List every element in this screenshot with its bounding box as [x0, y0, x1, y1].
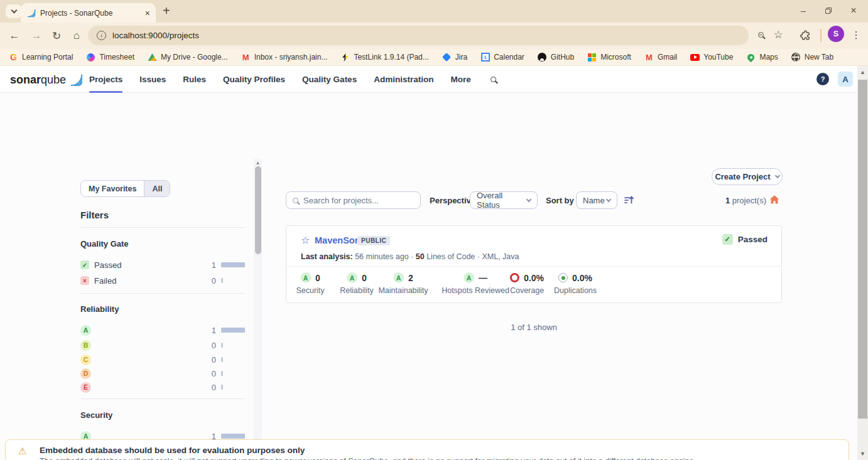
- chevron-down-icon: [774, 173, 779, 178]
- address-bar[interactable]: i localhost:9000/projects: [88, 26, 749, 45]
- browser-tab[interactable]: Projects - SonarQube ×: [21, 3, 156, 23]
- back-button[interactable]: ←: [6, 28, 23, 44]
- toggle-my-favorites[interactable]: My Favorites: [81, 181, 144, 196]
- nav-administration[interactable]: Administration: [374, 66, 433, 93]
- facet-reliability-b[interactable]: B0: [80, 339, 245, 351]
- bookmark-jira[interactable]: Jira: [442, 53, 467, 62]
- favorite-star-icon[interactable]: ☆: [301, 234, 310, 246]
- bookmark-microsoft[interactable]: Microsoft: [587, 53, 631, 62]
- globe-icon: [791, 53, 800, 62]
- page-scrollbar[interactable]: ▲ ▼: [857, 66, 868, 460]
- tab-search-button[interactable]: [6, 4, 22, 18]
- new-tab-button[interactable]: +: [163, 4, 170, 18]
- metric-maintainability[interactable]: A2 Maintainability: [378, 272, 428, 295]
- scroll-up-arrow[interactable]: ▲: [857, 69, 868, 75]
- facet-bar: [221, 278, 245, 284]
- sort-direction-button[interactable]: [624, 195, 634, 205]
- loc-languages: Lines of Code · XML, Java: [426, 252, 519, 261]
- bookmark-inbox[interactable]: MInbox - sriyansh.jain...: [241, 53, 328, 62]
- facet-failed[interactable]: × Failed 0: [80, 274, 245, 287]
- browser-menu-button[interactable]: ⋮: [849, 28, 863, 41]
- bookmark-maps[interactable]: Maps: [746, 53, 778, 62]
- facet-label: Passed: [94, 260, 121, 270]
- scroll-up-arrow[interactable]: ▲: [254, 160, 262, 166]
- home-button[interactable]: ⌂: [68, 28, 85, 44]
- perspective-label: Perspective: [430, 196, 475, 205]
- rating-badge-a: A: [347, 272, 357, 283]
- zoom-indicator-icon[interactable]: [754, 28, 768, 41]
- sonarqube-favicon: [26, 8, 36, 18]
- nav-projects[interactable]: Projects: [89, 66, 122, 93]
- perspective-select[interactable]: Overall Status: [470, 191, 538, 209]
- browser-toolbar: ← → ↻ ⌂ i localhost:9000/projects ☆ S ⋮: [0, 23, 868, 49]
- gmail-m-icon: M: [644, 53, 654, 62]
- browser-profile-avatar[interactable]: S: [828, 26, 844, 42]
- sonarqube-logo[interactable]: sonarqube: [10, 72, 84, 87]
- star-icon: ☆: [773, 28, 783, 41]
- facet-title-reliability: Reliability: [80, 304, 119, 314]
- map-pin-icon: [746, 52, 756, 62]
- facet-count: 1: [209, 260, 216, 270]
- bookmark-learning-portal[interactable]: GLearning Portal: [9, 53, 73, 62]
- help-button[interactable]: ?: [816, 73, 829, 85]
- bookmark-testlink[interactable]: TestLink 1.9.14 (Pad...: [340, 53, 428, 62]
- kebab-menu-icon: ⋮: [851, 29, 861, 41]
- facet-passed[interactable]: ✓ Passed 1: [80, 259, 245, 271]
- bookmark-label: Calendar: [494, 53, 524, 62]
- nav-quality-gates[interactable]: Quality Gates: [302, 66, 357, 93]
- metric-reliability[interactable]: A0 Reliability: [340, 272, 374, 295]
- failed-cross-icon: ×: [80, 276, 89, 285]
- main-nav: Projects Issues Rules Quality Profiles Q…: [89, 66, 496, 93]
- bookmark-timesheet[interactable]: Timesheet: [86, 53, 134, 62]
- bookmark-github[interactable]: GitHub: [538, 53, 574, 62]
- bookmark-label: Jira: [455, 53, 467, 62]
- nav-label: Rules: [183, 75, 206, 84]
- facet-reliability-d[interactable]: D0: [80, 367, 245, 380]
- nav-label: Quality Profiles: [223, 75, 285, 84]
- window-close-button[interactable]: ×: [844, 3, 863, 19]
- nav-search-button[interactable]: [491, 66, 496, 93]
- forward-button[interactable]: →: [28, 28, 45, 44]
- nav-label: Projects: [89, 75, 122, 84]
- sonarqube-header: sonarqube Projects Issues Rules Quality …: [0, 66, 857, 93]
- house-icon: [769, 195, 779, 205]
- metric-hotspots[interactable]: A— Hotspots Reviewed: [442, 272, 509, 295]
- bookmark-label: Timesheet: [99, 53, 134, 62]
- bookmark-calendar[interactable]: 1Calendar: [480, 53, 524, 62]
- user-avatar[interactable]: A: [838, 72, 853, 87]
- tab-close-icon[interactable]: ×: [145, 9, 150, 18]
- metric-coverage[interactable]: 0.0% Coverage: [510, 272, 544, 295]
- project-card[interactable]: ☆ MavenSonar PUBLIC ✓ Passed Last analys…: [286, 225, 782, 303]
- sort-select[interactable]: Name: [576, 191, 617, 209]
- scroll-down-arrow[interactable]: ▼: [857, 451, 868, 457]
- project-search[interactable]: [286, 191, 421, 209]
- bookmark-new-tab[interactable]: New Tab: [791, 53, 833, 62]
- site-info-icon[interactable]: i: [97, 31, 106, 40]
- extensions-button[interactable]: [798, 28, 813, 43]
- toggle-all[interactable]: All: [144, 181, 170, 196]
- metric-duplications[interactable]: 0.0% Duplications: [554, 272, 597, 295]
- bookmark-gmail[interactable]: MGmail: [644, 53, 677, 62]
- create-project-button[interactable]: Create Project: [712, 168, 783, 185]
- window-restore-button[interactable]: [819, 3, 838, 19]
- nav-rules[interactable]: Rules: [183, 66, 206, 93]
- nav-more[interactable]: More: [450, 66, 470, 93]
- reload-button[interactable]: ↻: [48, 28, 65, 44]
- bookmark-youtube[interactable]: YouTube: [690, 53, 733, 62]
- scrollbar-thumb[interactable]: [858, 80, 867, 419]
- bookmark-star-button[interactable]: ☆: [771, 28, 785, 41]
- sidebar-scrollbar[interactable]: ▲ ▼: [254, 159, 262, 460]
- metric-security[interactable]: A0 Security: [296, 272, 324, 295]
- nav-issues[interactable]: Issues: [139, 66, 166, 93]
- sidebar-divider: [80, 227, 245, 228]
- facet-count: 0: [209, 341, 216, 350]
- window-minimize-button[interactable]: –: [794, 3, 813, 19]
- nav-quality-profiles[interactable]: Quality Profiles: [223, 66, 285, 93]
- facet-reliability-a[interactable]: A1: [80, 324, 245, 336]
- sidebar-divider: [80, 293, 245, 294]
- search-input[interactable]: [303, 196, 414, 205]
- facet-reliability-c[interactable]: C0: [80, 353, 245, 366]
- bookmark-my-drive[interactable]: My Drive - Google...: [148, 53, 228, 62]
- facet-reliability-e[interactable]: E0: [80, 381, 245, 393]
- scrollbar-thumb[interactable]: [255, 166, 261, 254]
